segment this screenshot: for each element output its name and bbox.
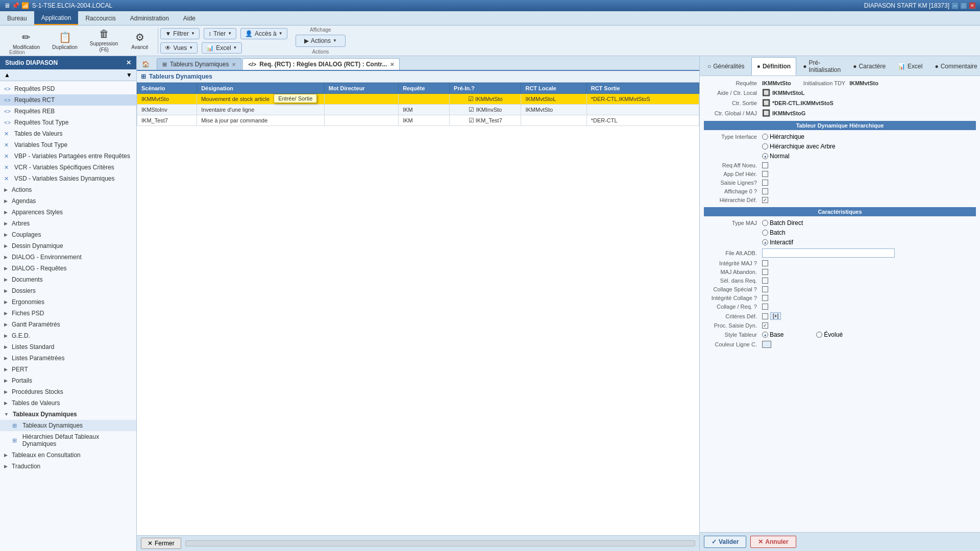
sidebar-item-tableaux-consultation[interactable]: ▶ Tableaux en Consultation [0, 449, 136, 461]
integrite-maj-checkbox[interactable] [762, 260, 768, 266]
tab-tableurs-dynamiques[interactable]: ⊞ Tableurs Dynamiques ✕ [157, 58, 241, 70]
sidebar-item-tables-valeurs[interactable]: ✕ Tables de Valeurs [0, 128, 136, 139]
integrite-collage-checkbox[interactable] [762, 295, 768, 301]
right-tab-pre-initialisation[interactable]: ● Pré-Initialisation [797, 57, 846, 76]
menu-application[interactable]: Application [34, 11, 79, 25]
file-alt-adb-input[interactable] [762, 248, 895, 258]
duplication-button[interactable]: 📋 Duplication [47, 28, 82, 54]
valider-button[interactable]: ✓ Valider [704, 536, 746, 548]
filtrer-button[interactable]: ▼ Filtrer ▼ [160, 28, 199, 39]
radio-base[interactable]: Base [762, 331, 783, 338]
listes-param-arrow-icon: ▶ [4, 356, 8, 361]
sidebar-item-tables-valeurs2[interactable]: ▶ Tables de Valeurs [0, 397, 136, 409]
table-row[interactable]: IKMStoInv Inventaire d'une ligne IKM ☑ I… [137, 105, 699, 115]
affichage-0-checkbox[interactable] [762, 188, 768, 194]
sidebar-item-listes-parametrees[interactable]: ▶ Listes Paramétrées [0, 353, 136, 364]
sidebar-item-requetes-tout-type[interactable]: <> Requêtes Tout Type [0, 117, 136, 128]
sidebar-item-dialog-environnement[interactable]: ▶ DIALOG - Environnement [0, 252, 136, 263]
right-tab-commentaire[interactable]: ● Commentaire [929, 57, 980, 76]
sidebar-item-procedures-stocks[interactable]: ▶ Procédures Stocks [0, 386, 136, 397]
radio-hierarchique-arbre[interactable]: Hiérarchique avec Arbre [762, 143, 836, 150]
sidebar-item-fiches-psd[interactable]: ▶ Fiches PSD [0, 308, 136, 319]
sidebar-item-vbp[interactable]: ✕ VBP - Variables Partagées entre Requêt… [0, 151, 136, 162]
sidebar-item-actions[interactable]: ▶ Actions [0, 184, 136, 195]
sidebar-item-hierarchies-defaut[interactable]: ⊞ Hiérarchies Défaut Tableaux Dynamiques [0, 431, 136, 449]
hierarchie-def-checkbox[interactable] [762, 197, 768, 203]
tab-req-close[interactable]: ✕ [390, 62, 394, 67]
couleur-ligne-c-swatch[interactable] [762, 341, 771, 348]
sidebar-item-requetes-psd[interactable]: <> Requêtes PSD [0, 83, 136, 94]
sidebar-item-portails[interactable]: ▶ Portails [0, 375, 136, 386]
sidebar-item-vsd[interactable]: ✕ VSD - Variables Saisies Dynamiques [0, 173, 136, 184]
right-tab-definition[interactable]: ● Définition [751, 57, 797, 76]
saisie-lignes-checkbox[interactable] [762, 180, 768, 186]
vues-button[interactable]: 👁 Vues ▼ [160, 42, 198, 54]
sidebar-item-pert[interactable]: ▶ PERT [0, 364, 136, 375]
right-tab-excel[interactable]: 📊 Excel [892, 57, 928, 76]
sidebar-item-requetes-rct[interactable]: <> Requêtes RCT [0, 94, 136, 106]
radio-hierarchique[interactable]: Hiérarchique [762, 133, 804, 140]
menu-raccourcis[interactable]: Raccourcis [78, 11, 122, 25]
proc-saisie-dyn-checkbox[interactable] [762, 322, 768, 329]
maximize-button[interactable]: □ [960, 2, 967, 9]
sidebar-item-tableaux-dynamiques-sub[interactable]: ⊞ Tableaux Dynamiques [0, 420, 136, 431]
horizontal-scrollbar[interactable] [185, 540, 695, 546]
sidebar-item-requetes-reb[interactable]: <> Requêtes REB [0, 106, 136, 117]
menu-aide[interactable]: Aide [176, 11, 203, 25]
radio-normal[interactable]: Normal [762, 153, 790, 160]
sidebar-item-traduction[interactable]: ▶ Traduction [0, 461, 136, 472]
trier-button[interactable]: ↕ Trier ▼ [204, 28, 236, 39]
criteres-def-plus-button[interactable]: [+] [770, 312, 781, 320]
avance-button[interactable]: ⚙ Avancé [126, 28, 154, 54]
actions-button[interactable]: ▶ Actions ▼ [296, 35, 346, 47]
sidebar-item-listes-standard[interactable]: ▶ Listes Standard [0, 341, 136, 353]
sel-dans-req-checkbox[interactable] [762, 278, 768, 284]
sidebar-close-button[interactable]: ✕ [126, 59, 131, 66]
criteres-def-checkbox[interactable] [762, 313, 768, 319]
req-aff-noeu-checkbox[interactable] [762, 162, 768, 168]
sidebar-item-dialog-requetes[interactable]: ▶ DIALOG - Requêtes [0, 263, 136, 274]
sidebar-item-documents[interactable]: ▶ Documents [0, 274, 136, 285]
acces-button[interactable]: 👤 Accès à ▼ [240, 28, 287, 39]
window-controls[interactable]: ─ □ ✕ [951, 2, 976, 9]
app-def-hier-checkbox[interactable] [762, 171, 768, 177]
tab-tableurs-close[interactable]: ✕ [232, 62, 236, 67]
sidebar-item-couplages[interactable]: ▶ Couplages [0, 229, 136, 240]
collage-special-checkbox[interactable] [762, 286, 768, 292]
sidebar-nav-up[interactable]: ▲ [2, 70, 12, 80]
radio-evolue[interactable]: Évolué [816, 331, 843, 338]
form-row-collage-special: Collage Spécial ? [704, 286, 976, 292]
collage-req-checkbox[interactable] [762, 304, 768, 310]
right-tab-caractere[interactable]: ● Caractère [847, 57, 891, 76]
minimize-button[interactable]: ─ [951, 2, 959, 9]
sidebar-item-gantt[interactable]: ▶ Gantt Paramétrés [0, 319, 136, 330]
sidebar-nav-down[interactable]: ▼ [124, 70, 134, 80]
sidebar-item-ged[interactable]: ▶ G.E.D. [0, 330, 136, 341]
radio-interactif[interactable]: Interactif [762, 239, 793, 246]
sidebar-item-arbres[interactable]: ▶ Arbres [0, 218, 136, 229]
sidebar-item-apparences-styles[interactable]: ▶ Apparences Styles [0, 207, 136, 218]
tab-req-rct[interactable]: </> Req. (RCT) : Règles DIALOG (RCT) : C… [242, 58, 400, 70]
radio-batch-direct[interactable]: Batch Direct [762, 219, 803, 227]
close-button[interactable]: ✕ [969, 2, 976, 9]
sidebar-item-variables-tout-type[interactable]: ✕ Variables Tout Type [0, 139, 136, 151]
suppression-button[interactable]: 🗑 Suppression(F6) [85, 28, 123, 54]
home-icon[interactable]: 🏠 [139, 59, 153, 70]
maj-abandon-checkbox[interactable] [762, 269, 768, 275]
excel-button[interactable]: 📊 Excel ▼ [202, 42, 241, 54]
sidebar-item-vcr[interactable]: ✕ VCR - Variables Spécifiques Critères [0, 162, 136, 173]
sidebar-item-dessin-dynamique[interactable]: ▶ Dessin Dynamique [0, 240, 136, 252]
table-row[interactable]: IKM_Test7 Mise à jour par commande IKM ☑… [137, 115, 699, 126]
right-tab-generalites[interactable]: ○ Généralités [702, 57, 750, 76]
table-scroll-container[interactable]: Scénario Désignation Mot Directeur Requê… [137, 83, 699, 535]
table-row[interactable]: IKMMvtSto Mouvement de stock article Ent… [137, 94, 699, 105]
fermer-button[interactable]: ✕ Fermer [141, 538, 181, 549]
sidebar-item-tableaux-dynamiques[interactable]: ▼ Tableaux Dynamiques [0, 409, 136, 420]
sidebar-item-ergonomies[interactable]: ▶ Ergonomies [0, 296, 136, 308]
radio-batch[interactable]: Batch [762, 229, 786, 236]
sidebar-item-dossiers[interactable]: ▶ Dossiers [0, 285, 136, 296]
annuler-button[interactable]: ✕ Annuler [750, 536, 796, 548]
sidebar-item-agendas[interactable]: ▶ Agendas [0, 195, 136, 207]
menu-bureau[interactable]: Bureau [0, 11, 34, 25]
menu-administration[interactable]: Administration [123, 11, 176, 25]
